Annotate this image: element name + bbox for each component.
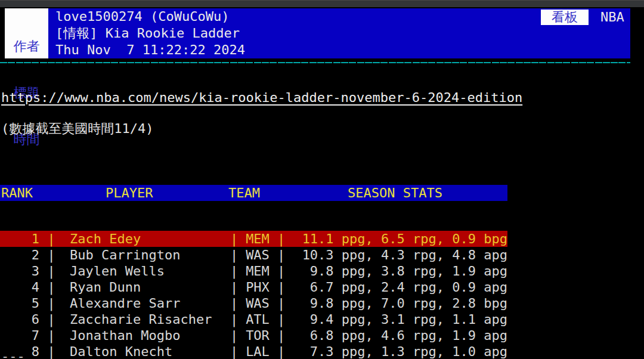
terminal-screen: 作者 標題 時間 love1500274 (CoWuCoWu) [情報] Kia… [0, 0, 644, 359]
rookie-ladder-table: RANK PLAYER TEAM SEASON STATS 1|Zach Ede… [0, 155, 507, 359]
cell-player: Jonathan Mogbo [63, 327, 230, 343]
cell-player: Zaccharie Risacher [63, 311, 230, 327]
cell-season-stats: 9.8 ppg, 7.0 rpg, 2.8 bpg [285, 295, 507, 311]
column-separator: | [277, 263, 285, 279]
cell-team: WAS [238, 247, 277, 263]
header-rank: RANK [1, 185, 33, 201]
cell-season-stats: 7.3 ppg, 1.3 rpg, 1.0 apg [285, 343, 507, 359]
column-separator: | [230, 247, 238, 263]
column-separator: | [277, 343, 285, 359]
table-row: 5|Alexandre Sarr|WAS|9.8 ppg, 7.0 rpg, 2… [0, 295, 507, 311]
column-separator: | [230, 231, 238, 247]
post-header-banner: 作者 標題 時間 love1500274 (CoWuCoWu) [情報] Kia… [0, 7, 644, 58]
column-separator: | [39, 279, 63, 295]
cell-team: LAL [238, 343, 277, 359]
post-time: Thu Nov 7 11:22:22 2024 [55, 42, 245, 58]
cell-rank: 4 [0, 279, 39, 295]
cell-season-stats: 6.7 ppg, 2.4 rpg, 0.9 apg [285, 279, 507, 295]
author-label: 作者 [5, 38, 48, 55]
data-note: (數據截至美國時間11/4) [1, 120, 153, 137]
column-separator: | [277, 295, 285, 311]
article-url-link[interactable]: https://www.nba.com/news/kia-rookie-ladd… [1, 90, 522, 105]
table-row: 8|Dalton Knecht|LAL|7.3 ppg, 1.3 rpg, 1.… [0, 343, 507, 359]
cell-season-stats: 11.1 ppg, 6.5 rpg, 0.9 bpg [285, 231, 507, 247]
cell-rank: 5 [0, 295, 39, 311]
cell-player: Dalton Knecht [63, 343, 230, 359]
rookie-table-rows: 1|Zach Edey|MEM|11.1 ppg, 6.5 rpg, 0.9 b… [0, 231, 507, 359]
column-separator: | [230, 311, 238, 327]
table-row: 2|Bub Carrington|WAS|10.3 ppg, 4.3 rpg, … [0, 247, 507, 263]
signature-dashes: --- [1, 348, 25, 359]
header-player: PLAYER [106, 185, 153, 201]
header-team: TEAM [228, 185, 260, 201]
column-separator: | [39, 343, 63, 359]
cell-season-stats: 9.8 ppg, 3.8 rpg, 1.9 apg [285, 263, 507, 279]
post-title: [情報] Kia Rookie Ladder [55, 25, 240, 42]
cell-team: MEM [238, 231, 277, 247]
table-row: 3|Jaylen Wells|MEM|9.8 ppg, 3.8 rpg, 1.9… [0, 263, 507, 279]
column-separator: | [277, 327, 285, 343]
cell-season-stats: 9.4 ppg, 3.1 rpg, 1.1 apg [285, 311, 507, 327]
cell-player: Jaylen Wells [63, 263, 230, 279]
column-separator: | [277, 247, 285, 263]
board-label-box: 看板 [541, 10, 589, 25]
column-separator: | [39, 311, 63, 327]
table-row: 7|Jonathan Mogbo|TOR|6.8 ppg, 4.6 rpg, 1… [0, 327, 507, 343]
article-url-line: https://www.nba.com/news/kia-rookie-ladd… [1, 89, 522, 106]
cell-team: PHX [238, 279, 277, 295]
column-separator: | [230, 295, 238, 311]
column-separator: | [230, 263, 238, 279]
header-label-box: 作者 標題 時間 [5, 8, 48, 58]
cell-team: ATL [238, 311, 277, 327]
cell-season-stats: 10.3 ppg, 4.3 rpg, 4.8 apg [285, 247, 507, 263]
table-header-row: RANK PLAYER TEAM SEASON STATS [0, 185, 507, 201]
column-separator: | [277, 279, 285, 295]
column-separator: | [230, 343, 238, 359]
cell-player: Alexandre Sarr [63, 295, 230, 311]
header-separator-line [0, 62, 630, 63]
table-row: 4|Ryan Dunn|PHX|6.7 ppg, 2.4 rpg, 0.9 ap… [0, 279, 507, 295]
column-separator: | [230, 279, 238, 295]
cell-player: Ryan Dunn [63, 279, 230, 295]
table-row: 1|Zach Edey|MEM|11.1 ppg, 6.5 rpg, 0.9 b… [0, 231, 507, 247]
column-separator: | [277, 311, 285, 327]
cell-rank: 7 [0, 327, 39, 343]
table-row: 6|Zaccharie Risacher|ATL|9.4 ppg, 3.1 rp… [0, 311, 507, 327]
cell-team: MEM [238, 263, 277, 279]
column-separator: | [277, 231, 285, 247]
cell-rank: 6 [0, 311, 39, 327]
cell-player: Bub Carrington [63, 247, 230, 263]
cell-team: TOR [238, 327, 277, 343]
post-author: love1500274 (CoWuCoWu) [55, 8, 229, 25]
cell-player: Zach Edey [63, 231, 230, 247]
header-season-stats: SEASON STATS [348, 185, 442, 201]
column-separator: | [39, 327, 63, 343]
column-separator: | [230, 327, 238, 343]
column-separator: | [39, 263, 63, 279]
cell-season-stats: 6.8 ppg, 4.6 rpg, 1.9 apg [285, 327, 507, 343]
cell-team: WAS [238, 295, 277, 311]
board-name: NBA [600, 10, 624, 25]
column-separator: | [39, 295, 63, 311]
